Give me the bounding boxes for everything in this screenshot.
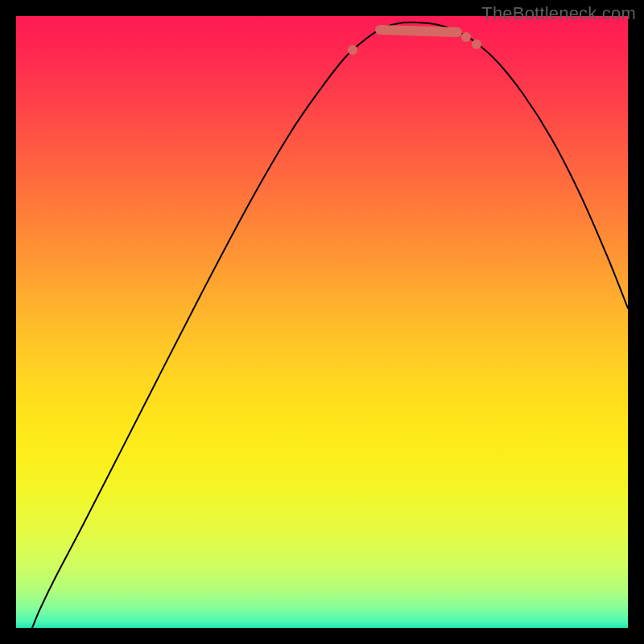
- highlight-segment: [380, 30, 457, 32]
- highlight-dot: [348, 45, 357, 55]
- gradient-background: [16, 16, 628, 628]
- highlight-dot: [472, 39, 481, 49]
- highlight-dot: [461, 32, 471, 42]
- chart-svg: [16, 16, 628, 628]
- watermark-text: TheBottleneck.com: [481, 3, 636, 24]
- plot-area: [16, 16, 628, 628]
- chart-frame: TheBottleneck.com: [0, 0, 644, 644]
